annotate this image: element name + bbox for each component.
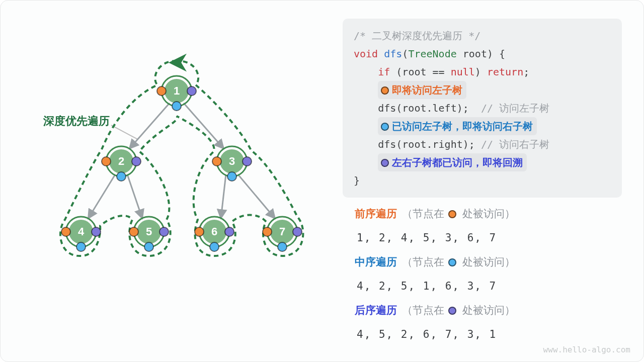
svg-text:4: 4 [78, 225, 85, 238]
preorder-dot-icon [381, 86, 389, 95]
tree-node-5: 5 [129, 217, 169, 251]
tree-node-6: 6 [195, 217, 234, 251]
svg-line-5 [238, 174, 275, 219]
preorder-sequence: 1, 2, 4, 5, 3, 6, 7 [357, 226, 621, 250]
svg-line-4 [221, 174, 226, 219]
post-dot [132, 157, 141, 166]
tree-node-7: 7 [263, 217, 302, 251]
tree-svg: 1234567 [26, 51, 328, 292]
postorder-highlight: 左右子树都已访问，即将回溯 [378, 153, 527, 171]
svg-line-3 [127, 174, 142, 219]
tree-node-3: 3 [212, 146, 252, 181]
pre-dot [61, 227, 70, 236]
preorder-title: 前序遍历 [355, 208, 397, 219]
preorder-highlight: 即将访问左子树 [378, 81, 466, 99]
svg-line-1 [184, 103, 224, 149]
inorder-dot-icon [381, 123, 389, 131]
watermark: www.hello-algo.com [543, 345, 630, 354]
pre-dot [195, 227, 204, 236]
in-dot [117, 172, 126, 181]
inorder-highlight: 已访问左子树，即将访问右子树 [378, 117, 537, 135]
post-dot [243, 157, 252, 166]
postorder-sequence: 4, 5, 2, 6, 7, 3, 1 [357, 322, 621, 346]
in-dot [227, 172, 236, 181]
postorder-title: 后序遍历 [355, 304, 397, 316]
post-dot [92, 227, 101, 236]
post-dot [159, 227, 169, 236]
inorder-title: 中序遍历 [355, 256, 397, 267]
pre-dot [263, 227, 272, 236]
postorder-dot-icon [381, 159, 389, 167]
figure-canvas: 深度优先遍历 123456 [0, 0, 644, 362]
in-dot [76, 242, 86, 251]
tree-node-4: 4 [61, 217, 101, 251]
pre-dot [102, 157, 111, 166]
postorder-dot-icon [448, 307, 456, 315]
svg-text:7: 7 [279, 225, 285, 238]
post-dot [225, 227, 234, 236]
in-dot [278, 242, 287, 251]
svg-text:1: 1 [174, 84, 180, 97]
preorder-dot-icon [448, 210, 456, 218]
code-block: /* 二叉树深度优先遍历 */ void dfs(TreeNode root) … [343, 19, 622, 198]
svg-text:5: 5 [146, 225, 152, 238]
inorder-dot-icon [448, 258, 456, 266]
svg-line-2 [88, 174, 115, 219]
svg-text:2: 2 [118, 155, 124, 167]
svg-text:3: 3 [229, 155, 235, 167]
post-dot [293, 227, 302, 236]
in-dot [172, 102, 181, 111]
tree-node-1: 1 [157, 76, 196, 111]
in-dot [210, 242, 219, 251]
tree-node-2: 2 [102, 146, 141, 181]
svg-text:6: 6 [211, 225, 217, 238]
pre-dot [212, 157, 221, 166]
inorder-sequence: 4, 2, 5, 1, 6, 3, 7 [357, 274, 621, 298]
tree-diagram: 深度优先遍历 123456 [26, 51, 328, 312]
code-comment: /* 二叉树深度优先遍历 */ [354, 30, 480, 42]
pre-dot [129, 227, 138, 236]
post-dot [187, 86, 196, 96]
in-dot [144, 242, 153, 251]
pre-dot [157, 86, 166, 96]
traversal-orders: 前序遍历（节点在 处被访问） 1, 2, 4, 5, 3, 6, 7 中序遍历（… [355, 202, 621, 346]
